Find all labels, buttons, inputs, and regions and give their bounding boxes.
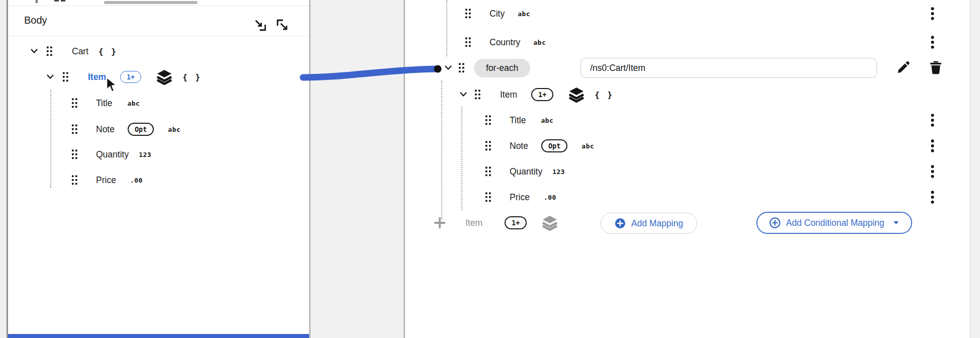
vertical-scrollbar-track[interactable]	[970, 0, 980, 338]
node-label: Title	[510, 115, 526, 126]
source-node-cart[interactable]: Cart { }	[30, 41, 118, 61]
chevron-down-icon[interactable]	[46, 73, 54, 81]
node-label: Title	[96, 98, 112, 109]
grip-icon[interactable]	[485, 141, 492, 151]
tree-indent-guide	[50, 90, 51, 188]
tree-indent-guide	[446, 0, 447, 56]
target-node-note[interactable]: Note Opt abc	[485, 136, 594, 156]
page-left-gutter	[0, 0, 7, 338]
add-mapping-button[interactable]: Add Mapping	[601, 213, 697, 234]
node-label: Item	[500, 90, 517, 100]
target-node-country[interactable]: Country abc	[465, 32, 546, 52]
node-label: Country	[489, 37, 520, 48]
node-label: Quantity	[510, 166, 542, 177]
tree-indent-guide	[441, 80, 442, 219]
target-node-city[interactable]: City abc	[465, 4, 530, 24]
plus-circle-outline-icon	[769, 217, 780, 228]
layers-icon	[568, 87, 584, 103]
target-add-item-row[interactable]: Item 1+	[434, 213, 558, 233]
pencil-icon[interactable]	[898, 61, 910, 73]
node-label: Note	[510, 141, 528, 151]
grip-icon[interactable]	[485, 192, 492, 202]
caret-down-icon	[893, 221, 899, 225]
kebab-icon[interactable]	[931, 36, 934, 49]
kebab-icon[interactable]	[931, 7, 934, 20]
source-panel-active-indicator	[8, 334, 309, 338]
grip-icon[interactable]	[485, 115, 492, 125]
grip-icon[interactable]	[71, 175, 78, 185]
add-conditional-mapping-button[interactable]: Add Conditional Mapping	[756, 212, 912, 234]
tree-indent-guide	[461, 107, 462, 210]
collection-count-badge: 1+	[120, 71, 141, 83]
node-label: Quantity	[96, 149, 129, 160]
grip-icon[interactable]	[71, 124, 78, 134]
layers-icon	[542, 215, 558, 231]
plus-icon[interactable]	[434, 217, 445, 228]
xpath-expression-input[interactable]	[580, 58, 877, 78]
grip-icon[interactable]	[465, 9, 471, 19]
source-node-title[interactable]: Title abc	[71, 93, 140, 113]
type-string-icon: abc	[168, 126, 180, 133]
node-label: Price	[96, 175, 116, 186]
grip-icon[interactable]	[474, 90, 481, 100]
node-label: Item	[465, 218, 482, 228]
chevron-down-icon[interactable]	[30, 47, 38, 55]
node-label: Price	[510, 192, 530, 203]
type-string-icon: abc	[533, 39, 546, 46]
grip-icon[interactable]	[71, 98, 78, 108]
grip-icon[interactable]	[465, 37, 471, 47]
type-integer-icon: 123	[552, 168, 565, 176]
braces-icon: { }	[182, 72, 202, 82]
detach-schema-icon[interactable]	[276, 19, 289, 32]
source-node-price[interactable]: Price .00	[71, 170, 143, 190]
grip-icon[interactable]	[71, 149, 78, 159]
type-string-icon: abc	[541, 117, 553, 124]
kebab-icon[interactable]	[931, 114, 934, 127]
type-string-icon: abc	[581, 142, 594, 150]
type-string-icon: abc	[518, 10, 530, 18]
type-decimal-icon: .00	[130, 177, 143, 184]
type-decimal-icon: .00	[544, 194, 556, 201]
source-node-item[interactable]: Item 1+ { }	[46, 67, 202, 87]
layers-icon	[156, 69, 172, 85]
source-node-quantity[interactable]: Quantity 123	[71, 144, 151, 164]
braces-icon: { }	[99, 47, 118, 56]
kebab-icon[interactable]	[931, 165, 934, 178]
mouse-cursor	[106, 77, 119, 94]
kebab-icon[interactable]	[931, 139, 934, 152]
grip-icon[interactable]	[458, 63, 465, 73]
grip-icon[interactable]	[62, 72, 69, 82]
node-label: City	[489, 9, 505, 19]
target-node-title[interactable]: Title abc	[485, 110, 553, 130]
mapping-line-endpoint[interactable]	[434, 65, 442, 73]
trash-icon[interactable]	[930, 61, 942, 74]
plus-circle-icon	[615, 218, 626, 229]
target-node-item[interactable]: Item 1+ { }	[459, 84, 614, 105]
collection-count-badge: 1+	[531, 88, 553, 101]
kebab-icon[interactable]	[931, 191, 934, 204]
mapping-canvas	[311, 0, 404, 338]
source-panel-header: Body	[8, 6, 309, 36]
grip-icon[interactable]	[46, 46, 53, 56]
mapping-line[interactable]	[299, 58, 450, 86]
clipped-row-fragment	[36, 0, 38, 3]
chevron-down-icon[interactable]	[459, 91, 467, 99]
optional-badge: Opt	[541, 139, 567, 152]
type-integer-icon: 123	[139, 151, 151, 158]
horizontal-scrollbar[interactable]	[104, 1, 198, 4]
clipped-row-fragment	[61, 0, 65, 2]
node-label: Item	[88, 72, 106, 82]
source-node-note[interactable]: Note Opt abc	[71, 119, 180, 139]
collection-count-badge: 1+	[505, 216, 527, 229]
target-node-quantity[interactable]: Quantity 123	[485, 161, 565, 182]
grip-icon[interactable]	[485, 166, 492, 177]
add-conditional-mapping-label: Add Conditional Mapping	[786, 218, 885, 228]
type-string-icon: abc	[127, 100, 140, 107]
node-label: Cart	[72, 46, 88, 57]
target-panel: City abc Country abc for-each Item 1+ { …	[405, 0, 970, 338]
foreach-pill: for-each	[474, 59, 530, 77]
target-foreach-row[interactable]: for-each	[444, 58, 877, 78]
source-panel: Body Cart { } Item 1+ { } Title abc Note…	[8, 0, 309, 338]
target-node-price[interactable]: Price .00	[485, 187, 556, 207]
attach-schema-icon[interactable]	[254, 19, 267, 32]
